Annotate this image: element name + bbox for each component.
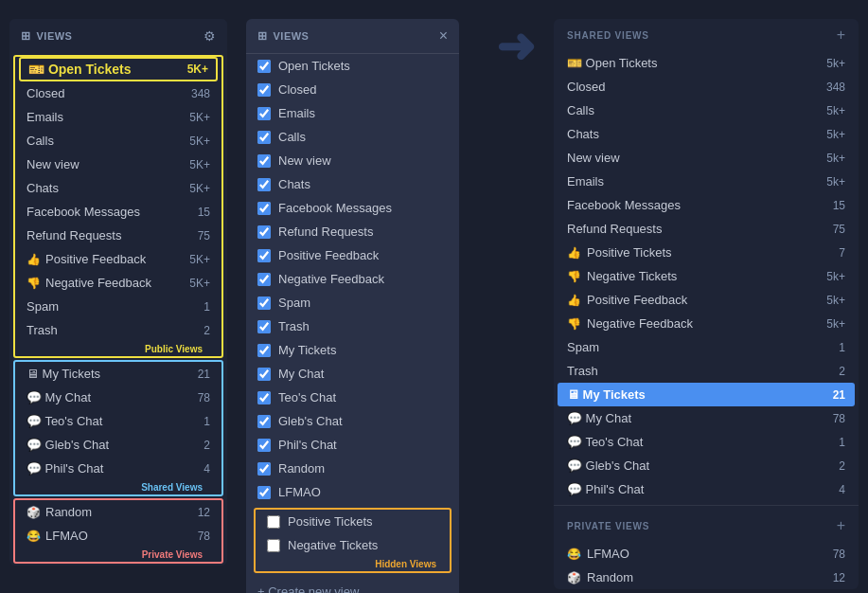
checkbox-teos-chat[interactable]	[257, 391, 271, 404]
r-chats[interactable]: Chats 5k+	[554, 122, 859, 146]
checkbox-closed[interactable]	[257, 83, 271, 97]
r-calls[interactable]: Calls 5k+	[554, 99, 859, 122]
checkbox-new-view[interactable]	[257, 154, 271, 168]
check-phils-chat[interactable]: Phil's Chat	[246, 433, 459, 457]
check-teos-chat[interactable]: Teo's Chat	[246, 386, 459, 409]
r-teos-chat[interactable]: 💬 Teo's Chat 1	[554, 430, 859, 454]
r-new-view[interactable]: New view 5k+	[554, 146, 859, 170]
check-emails[interactable]: Emails	[246, 101, 459, 125]
middle-grid-icon: ⊞	[257, 29, 268, 43]
check-refund[interactable]: Refund Requests	[246, 220, 459, 243]
gear-icon[interactable]: ⚙	[204, 28, 216, 44]
checkbox-refund[interactable]	[257, 225, 271, 239]
public-views-section: 🎫 Open Tickets 5K+ Closed 348 Emails 5K+…	[13, 55, 223, 358]
check-calls[interactable]: Calls	[246, 125, 459, 149]
checkbox-spam[interactable]	[257, 296, 271, 310]
check-closed[interactable]: Closed	[246, 78, 459, 101]
close-button[interactable]: ×	[439, 28, 448, 44]
check-random[interactable]: Random	[246, 457, 459, 480]
negative-feedback-item[interactable]: 👎 Negative Feedback 5K+	[15, 271, 221, 295]
teos-chat-item[interactable]: 💬 Teo's Chat 1	[15, 409, 221, 433]
r-phils-chat[interactable]: 💬 Phil's Chat 4	[554, 477, 859, 501]
checkbox-open-tickets[interactable]	[257, 60, 271, 73]
checkbox-phils-chat[interactable]	[257, 439, 271, 452]
check-positive-feedback[interactable]: Positive Feedback	[246, 243, 459, 267]
check-negative-feedback[interactable]: Negative Feedback	[246, 267, 459, 291]
checkbox-random[interactable]	[257, 462, 271, 476]
check-lfmao[interactable]: LFMAO	[246, 480, 459, 504]
checkbox-positive-feedback[interactable]	[257, 249, 271, 262]
r-negative-feedback[interactable]: 👎 Negative Feedback 5k+	[554, 312, 859, 335]
check-my-tickets[interactable]: My Tickets	[246, 338, 459, 362]
r-open-tickets[interactable]: 🎫 Open Tickets 5k+	[554, 51, 859, 75]
r-glebs-chat[interactable]: 💬 Gleb's Chat 2	[554, 454, 859, 477]
positive-feedback-item[interactable]: 👍 Positive Feedback 5K+	[15, 247, 221, 271]
r-my-tickets[interactable]: 🖥 My Tickets 21	[558, 383, 855, 406]
create-new-view-button[interactable]: + Create new view	[246, 577, 459, 593]
trash-item[interactable]: Trash 2	[15, 318, 221, 342]
grid-icon: ⊞	[21, 29, 31, 43]
open-tickets-count: 5K+	[187, 63, 208, 76]
glebs-chat-item[interactable]: 💬 Gleb's Chat 2	[15, 433, 221, 457]
checkbox-negative-feedback[interactable]	[257, 273, 271, 286]
middle-panel-header: ⊞ VIEWS ×	[246, 19, 459, 54]
refund-item[interactable]: Refund Requests 75	[15, 224, 221, 247]
checkbox-emails[interactable]	[257, 107, 271, 120]
r-negative-tickets[interactable]: 👎 Negative Tickets 5k+	[554, 264, 859, 288]
checkbox-chats[interactable]	[257, 178, 271, 191]
lfmao-item[interactable]: 😂 LFMAO 78	[15, 524, 221, 548]
r-positive-tickets[interactable]: 👍 Positive Tickets 7	[554, 241, 859, 264]
checkbox-my-tickets[interactable]	[257, 344, 271, 357]
checkbox-calls[interactable]	[257, 131, 271, 144]
private-views-section: 🎲 Random 12 😂 LFMAO 78 Private Views	[13, 498, 223, 564]
check-spam[interactable]: Spam	[246, 291, 459, 314]
checkbox-my-chat[interactable]	[257, 368, 271, 381]
r-refund[interactable]: Refund Requests 75	[554, 217, 859, 241]
check-facebook[interactable]: Facebook Messages	[246, 196, 459, 220]
checkbox-glebs-chat[interactable]	[257, 415, 271, 428]
calls-item[interactable]: Calls 5K+	[15, 129, 221, 153]
r-facebook[interactable]: Facebook Messages 15	[554, 193, 859, 217]
check-new-view[interactable]: New view	[246, 149, 459, 172]
middle-panel-title: ⊞ VIEWS	[257, 29, 309, 43]
r-trash[interactable]: Trash 2	[554, 359, 859, 383]
shared-plus-button[interactable]: +	[837, 27, 845, 44]
views-checklist: Open Tickets Closed Emails Calls New vie…	[246, 54, 459, 504]
checkbox-trash[interactable]	[257, 320, 271, 333]
checkbox-lfmao[interactable]	[257, 486, 271, 499]
checkbox-facebook[interactable]	[257, 202, 271, 215]
facebook-item[interactable]: Facebook Messages 15	[15, 200, 221, 224]
left-panel-title: ⊞ VIEWS	[21, 29, 72, 43]
my-chat-item[interactable]: 💬 My Chat 78	[15, 386, 221, 409]
closed-item[interactable]: Closed 348	[15, 81, 221, 105]
r-emails[interactable]: Emails 5k+	[554, 170, 859, 193]
r-spam[interactable]: Spam 1	[554, 335, 859, 359]
r-positive-feedback[interactable]: 👍 Positive Feedback 5k+	[554, 288, 859, 312]
check-negative-tickets[interactable]: Negative Tickets	[256, 533, 450, 557]
open-tickets-item[interactable]: 🎫 Open Tickets 5K+	[19, 57, 218, 81]
my-tickets-item[interactable]: 🖥 My Tickets 21	[15, 362, 221, 386]
left-views-panel: ⊞ VIEWS ⚙ 🎫 Open Tickets 5K+ Closed 348 …	[9, 19, 227, 566]
hidden-views-section: Positive Tickets Negative Tickets Hidden…	[254, 508, 452, 573]
r-random[interactable]: 🎲 Random 12	[554, 566, 859, 589]
check-open-tickets[interactable]: Open Tickets	[246, 54, 459, 78]
private-plus-button[interactable]: +	[837, 517, 845, 534]
r-lfmao[interactable]: 😂 LFMAO 78	[554, 542, 859, 566]
r-my-chat[interactable]: 💬 My Chat 78	[554, 406, 859, 430]
closed-label: Closed	[27, 86, 64, 100]
phils-chat-item[interactable]: 💬 Phil's Chat 4	[15, 457, 221, 480]
emails-item[interactable]: Emails 5K+	[15, 105, 221, 129]
check-positive-tickets[interactable]: Positive Tickets	[256, 510, 450, 533]
check-trash[interactable]: Trash	[246, 314, 459, 338]
check-my-chat[interactable]: My Chat	[246, 362, 459, 386]
random-item[interactable]: 🎲 Random 12	[15, 500, 221, 524]
checkbox-negative-tickets[interactable]	[267, 539, 280, 552]
r-closed[interactable]: Closed 348	[554, 75, 859, 99]
check-chats[interactable]: Chats	[246, 172, 459, 196]
section-divider	[554, 505, 859, 506]
chats-item[interactable]: Chats 5K+	[15, 176, 221, 200]
check-glebs-chat[interactable]: Gleb's Chat	[246, 409, 459, 433]
spam-item[interactable]: Spam 1	[15, 295, 221, 318]
checkbox-positive-tickets[interactable]	[267, 515, 280, 529]
new-view-item[interactable]: New view 5K+	[15, 153, 221, 176]
